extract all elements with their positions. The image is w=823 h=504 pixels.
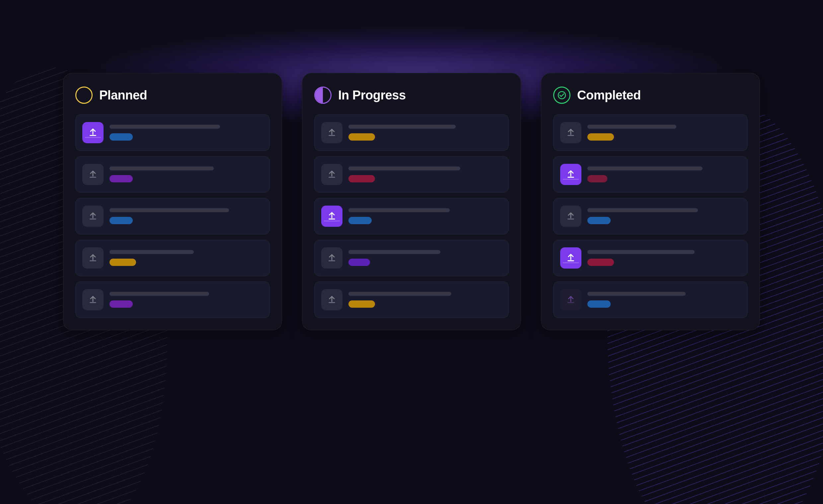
task-content <box>348 208 502 224</box>
avatar-divider <box>85 137 101 138</box>
task-card[interactable] <box>553 198 748 234</box>
task-tag <box>348 259 370 266</box>
task-content <box>110 167 263 182</box>
upload-icon <box>88 170 98 179</box>
task-tag <box>110 175 133 182</box>
svg-point-5 <box>320 92 326 98</box>
avatar <box>82 289 104 310</box>
upload-icon <box>88 128 98 138</box>
task-title-bar <box>348 125 456 129</box>
task-title-bar <box>348 167 460 171</box>
completed-icon <box>553 86 570 104</box>
task-title-bar <box>348 208 450 212</box>
task-card[interactable] <box>75 114 270 151</box>
task-title-bar <box>110 167 214 171</box>
in-progress-title: In Progress <box>338 88 406 102</box>
task-tag <box>110 259 136 266</box>
avatar <box>321 206 342 227</box>
task-card[interactable] <box>553 114 748 151</box>
planned-title: Planned <box>99 88 147 102</box>
upload-icon <box>566 295 576 305</box>
task-card[interactable] <box>75 240 270 276</box>
task-content <box>588 250 741 266</box>
task-tag <box>348 300 375 308</box>
task-card[interactable] <box>75 198 270 234</box>
svg-rect-6 <box>329 135 335 136</box>
half-circle-icon <box>319 91 327 99</box>
task-tag <box>110 133 133 141</box>
svg-rect-14 <box>567 219 574 220</box>
svg-rect-12 <box>567 135 574 136</box>
svg-rect-8 <box>329 219 335 220</box>
task-title-bar <box>110 208 229 212</box>
task-content <box>348 167 502 182</box>
task-card[interactable] <box>314 240 509 276</box>
task-card[interactable] <box>553 281 748 318</box>
svg-rect-2 <box>90 219 96 220</box>
task-title-bar <box>348 292 451 296</box>
avatar-divider <box>324 221 340 222</box>
avatar <box>560 164 582 185</box>
task-tag <box>588 300 611 308</box>
task-card[interactable] <box>75 281 270 318</box>
avatar <box>82 247 104 269</box>
svg-rect-15 <box>567 260 574 261</box>
task-content <box>348 292 502 308</box>
avatar <box>560 247 582 269</box>
task-title-bar <box>110 292 209 296</box>
avatar <box>560 289 582 310</box>
task-title-bar <box>348 250 440 254</box>
task-tag <box>588 175 607 182</box>
task-title-bar <box>588 250 694 254</box>
task-card[interactable] <box>314 156 509 193</box>
task-content <box>110 250 263 266</box>
task-tag <box>588 217 611 224</box>
task-card[interactable] <box>314 114 509 151</box>
task-title-bar <box>110 125 220 129</box>
task-tag <box>348 133 375 141</box>
avatar <box>560 206 582 227</box>
task-content <box>110 125 263 141</box>
task-card[interactable] <box>75 156 270 193</box>
task-content <box>110 208 263 224</box>
svg-rect-0 <box>90 135 96 136</box>
column-planned: Planned <box>63 73 282 330</box>
column-completed: Completed <box>541 73 760 330</box>
svg-rect-10 <box>329 302 335 303</box>
upload-icon <box>566 170 576 179</box>
kanban-board: Planned <box>63 73 760 330</box>
task-card[interactable] <box>553 240 748 276</box>
task-tag <box>588 133 614 141</box>
upload-icon <box>327 295 337 305</box>
avatar <box>321 122 342 143</box>
column-in-progress: In Progress <box>302 73 521 330</box>
task-card[interactable] <box>314 281 509 318</box>
task-content <box>110 292 263 308</box>
svg-rect-16 <box>567 302 574 303</box>
upload-icon <box>566 211 576 221</box>
upload-icon <box>327 211 337 221</box>
upload-icon <box>566 128 576 138</box>
svg-rect-13 <box>567 177 574 178</box>
planned-icon <box>75 86 93 104</box>
avatar <box>82 206 104 227</box>
task-tag <box>348 175 375 182</box>
svg-point-11 <box>558 91 565 99</box>
column-header-in-progress: In Progress <box>314 86 509 104</box>
task-content <box>588 208 741 224</box>
upload-icon <box>327 253 337 263</box>
checkmark-icon <box>557 90 566 100</box>
avatar <box>321 247 342 269</box>
task-title-bar <box>588 292 686 296</box>
avatar <box>321 164 342 185</box>
svg-rect-9 <box>329 260 335 261</box>
task-title-bar <box>588 125 676 129</box>
upload-icon <box>327 170 337 179</box>
svg-rect-1 <box>90 177 96 178</box>
upload-icon <box>88 211 98 221</box>
task-tag <box>110 217 133 224</box>
task-card[interactable] <box>314 198 509 234</box>
avatar <box>321 289 342 310</box>
task-card[interactable] <box>553 156 748 193</box>
column-header-completed: Completed <box>553 86 748 104</box>
